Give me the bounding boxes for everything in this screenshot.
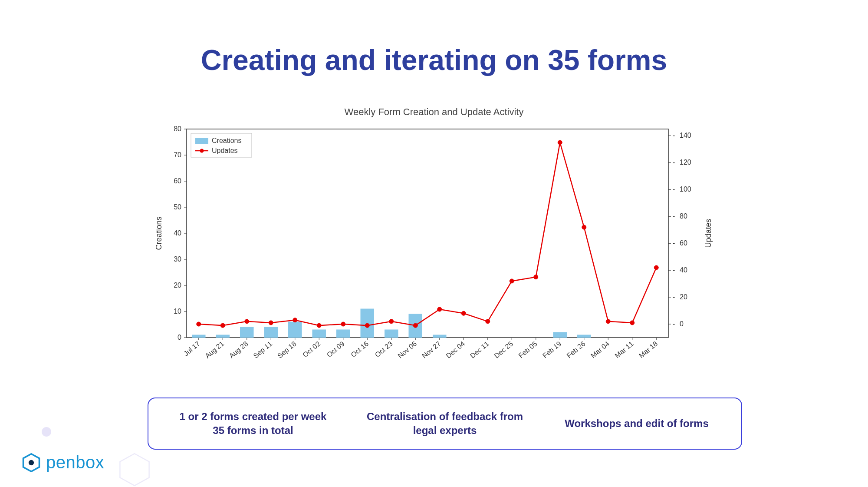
svg-text:60: 60 (680, 239, 687, 247)
svg-marker-120 (120, 454, 149, 486)
svg-text:-: - (673, 186, 675, 193)
svg-text:120: 120 (680, 159, 691, 166)
svg-text:-: - (673, 293, 675, 301)
svg-rect-89 (336, 330, 350, 338)
svg-text:Aug 28: Aug 28 (228, 340, 250, 360)
svg-rect-93 (433, 335, 446, 338)
svg-point-97 (220, 323, 225, 328)
legend: Creations Updates (191, 133, 252, 157)
svg-text:140: 140 (680, 132, 691, 139)
brand-name: penbox (46, 453, 104, 472)
svg-text:Dec 25: Dec 25 (493, 340, 514, 360)
svg-text:50: 50 (174, 203, 181, 211)
svg-rect-0 (187, 129, 668, 338)
svg-rect-117 (195, 138, 208, 144)
page-title: Creating and iterating on 35 forms (0, 43, 868, 76)
brand-hex-icon (22, 453, 41, 472)
chart-title: Weekly Form Creation and Update Activity (152, 106, 716, 118)
svg-rect-91 (385, 330, 398, 338)
y-axis-right-label: Updates (704, 219, 713, 248)
svg-text:20: 20 (680, 293, 687, 301)
svg-text:-: - (673, 132, 675, 139)
svg-text:Sep 18: Sep 18 (276, 340, 298, 360)
svg-text:80: 80 (680, 212, 687, 220)
svg-point-105 (413, 323, 418, 328)
svg-rect-83 (192, 335, 205, 338)
updates-points (197, 140, 659, 328)
svg-text:Dec 04: Dec 04 (444, 340, 466, 360)
caption-box: 1 or 2 forms created per week35 forms in… (148, 398, 742, 450)
svg-text:80: 80 (174, 125, 181, 133)
svg-text:100: 100 (680, 186, 691, 193)
caption-col-1: 1 or 2 forms created per week35 forms in… (157, 410, 349, 438)
svg-text:Oct 23: Oct 23 (374, 340, 394, 358)
svg-rect-94 (553, 332, 567, 338)
svg-text:Feb 19: Feb 19 (541, 340, 562, 359)
svg-point-113 (606, 319, 610, 324)
svg-text:Jul 17: Jul 17 (182, 340, 201, 358)
svg-text:Mar 18: Mar 18 (638, 340, 659, 359)
svg-text:Feb 05: Feb 05 (517, 340, 539, 359)
caption-col-3: Workshops and edit of forms (541, 417, 733, 431)
svg-text:-: - (673, 320, 675, 328)
svg-point-115 (654, 265, 658, 270)
updates-line (199, 142, 657, 325)
svg-point-106 (437, 307, 442, 311)
legend-updates-label: Updates (212, 147, 238, 154)
svg-text:-: - (673, 212, 675, 220)
svg-point-102 (341, 322, 345, 326)
svg-text:40: 40 (680, 266, 687, 274)
svg-point-114 (630, 321, 635, 325)
svg-text:Feb 26: Feb 26 (566, 340, 587, 359)
svg-text:Mar 04: Mar 04 (589, 340, 611, 359)
svg-rect-88 (312, 330, 326, 338)
chart-svg: 01020304050607080 020406080100120140----… (152, 120, 716, 377)
svg-text:0: 0 (178, 334, 181, 341)
svg-text:0: 0 (680, 320, 684, 328)
svg-text:Sep 11: Sep 11 (252, 340, 273, 360)
svg-rect-87 (288, 322, 302, 338)
svg-point-112 (582, 225, 586, 229)
svg-text:60: 60 (174, 177, 181, 185)
svg-point-110 (534, 275, 538, 279)
svg-point-101 (317, 323, 321, 328)
y-axis-left-label: Creations (155, 216, 163, 250)
svg-text:-: - (673, 159, 675, 166)
svg-point-98 (245, 319, 249, 324)
svg-text:40: 40 (174, 229, 181, 237)
svg-point-109 (510, 279, 514, 283)
svg-rect-86 (264, 327, 278, 338)
deco-hex-outline (117, 452, 152, 487)
svg-point-107 (461, 311, 466, 315)
svg-text:Dec 11: Dec 11 (469, 340, 490, 360)
svg-point-99 (269, 321, 273, 325)
svg-text:-: - (673, 266, 675, 274)
svg-text:70: 70 (174, 151, 181, 159)
svg-text:30: 30 (174, 255, 181, 263)
svg-point-103 (365, 323, 369, 328)
svg-point-100 (293, 318, 297, 322)
svg-text:20: 20 (174, 282, 181, 289)
brand-logo: penbox (22, 453, 104, 472)
slide: Creating and iterating on 35 forms Weekl… (0, 0, 868, 487)
x-axis: Jul 17Aug 21Aug 28Sep 11Sep 18Oct 02Oct … (182, 338, 659, 360)
y-axis-left: 01020304050607080 (174, 125, 187, 341)
svg-text:Nov 27: Nov 27 (421, 340, 442, 360)
svg-point-119 (200, 149, 204, 153)
y-axis-right: 020406080100120140-------- (668, 132, 691, 328)
legend-creations-label: Creations (212, 137, 241, 144)
svg-text:Oct 09: Oct 09 (326, 340, 346, 358)
svg-point-104 (389, 319, 394, 324)
svg-point-122 (29, 460, 34, 465)
svg-point-96 (197, 322, 201, 326)
chart-container: Weekly Form Creation and Update Activity… (152, 106, 716, 376)
svg-rect-84 (216, 335, 230, 338)
svg-text:Oct 16: Oct 16 (349, 340, 370, 358)
svg-text:Nov 06: Nov 06 (396, 340, 418, 360)
svg-rect-85 (240, 327, 253, 338)
svg-text:Oct 02: Oct 02 (301, 340, 322, 358)
svg-text:Aug 21: Aug 21 (204, 340, 225, 360)
svg-point-111 (558, 140, 562, 145)
svg-text:-: - (673, 239, 675, 247)
svg-text:10: 10 (174, 308, 181, 315)
